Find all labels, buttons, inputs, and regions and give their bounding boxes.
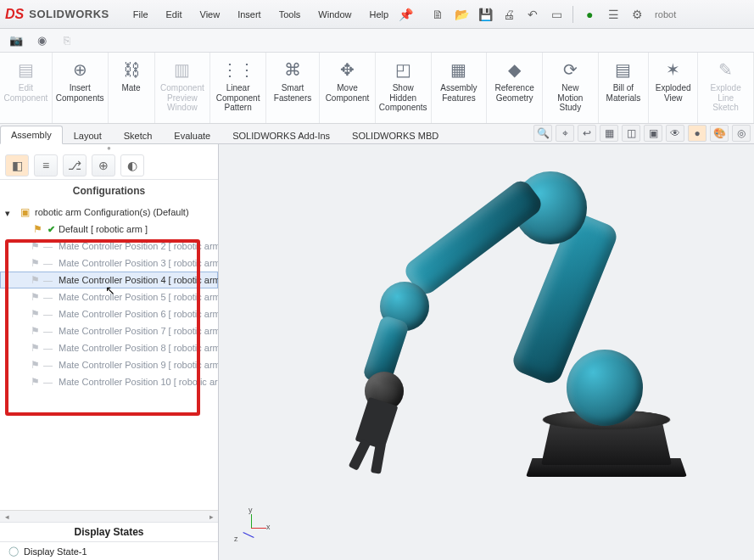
- ribbon-icon: ✎: [714, 58, 738, 81]
- tab-addins[interactable]: SOLIDWORKS Add-Ins: [221, 126, 341, 144]
- flag-icon: ⚑: [31, 239, 40, 253]
- panel-tabs: ◧ ≡ ⎇ ⊕ ◐: [0, 151, 218, 180]
- graphics-viewport[interactable]: y x z: [219, 144, 754, 560]
- display-manager-tab-icon[interactable]: ◐: [120, 154, 144, 176]
- ribbon-bill-of-materials[interactable]: ▤Bill of Materials: [599, 53, 649, 123]
- config-row-5[interactable]: ⚑—Mate Controller Position 5 [ robotic a…: [0, 288, 218, 305]
- x-label: x: [266, 523, 271, 531]
- ribbon-new-motion-study[interactable]: ⟳New Motion Study: [543, 53, 599, 123]
- select-icon[interactable]: ▭: [549, 7, 564, 22]
- screenshot-icon[interactable]: 📷: [8, 33, 24, 48]
- open-icon[interactable]: 📂: [454, 7, 469, 22]
- render-icon[interactable]: ◎: [732, 125, 751, 142]
- menu-view[interactable]: View: [192, 6, 229, 23]
- config-row-4[interactable]: ⚑—Mate Controller Position 4 [ robotic a…: [0, 272, 218, 288]
- ribbon-assembly-features[interactable]: ▦Assembly Features: [432, 53, 488, 123]
- ribbon-label: Bill of Materials: [606, 83, 641, 103]
- config-label: Mate Controller Position 9 [ robotic arm…: [59, 360, 218, 370]
- feature-tree-tab-icon[interactable]: ◧: [5, 154, 29, 176]
- copy-icon[interactable]: ⎘: [59, 33, 75, 48]
- tab-sketch[interactable]: Sketch: [113, 126, 164, 144]
- shoulder-joint: [567, 350, 643, 426]
- robotic-arm-model[interactable]: [287, 144, 711, 560]
- collapse-icon[interactable]: ▾: [5, 208, 14, 217]
- view-orientation-icon[interactable]: ◫: [622, 125, 640, 142]
- display-style-icon[interactable]: ▣: [644, 125, 662, 142]
- ribbon-show-hidden-components[interactable]: ◰Show Hidden Components: [376, 53, 432, 123]
- tab-evaluate[interactable]: Evaluate: [163, 126, 221, 144]
- config-row-3[interactable]: ⚑—Mate Controller Position 3 [ robotic a…: [0, 255, 218, 272]
- pin-icon[interactable]: 📌: [398, 7, 413, 22]
- ribbon-linear-component-pattern[interactable]: ⋮⋮Linear Component Pattern: [210, 53, 266, 123]
- undo-icon[interactable]: ↶: [525, 7, 540, 22]
- default-config-row[interactable]: ⚑ ✔ Default [ robotic arm ]: [0, 221, 218, 238]
- gripper-finger-right: [371, 442, 386, 474]
- save-icon[interactable]: 💾: [478, 7, 493, 22]
- flag-icon: ⚑: [31, 307, 40, 321]
- ribbon-mate[interactable]: ⛓Mate: [109, 53, 155, 123]
- ribbon-smart-fasteners[interactable]: ⌘Smart Fasteners: [266, 53, 320, 123]
- print-icon[interactable]: 🖨: [501, 7, 517, 22]
- ribbon-icon: ◆: [503, 58, 527, 81]
- section-view-icon[interactable]: ▦: [600, 125, 618, 142]
- config-row-8[interactable]: ⚑—Mate Controller Position 8 [ robotic a…: [0, 339, 218, 356]
- config-root-label: robotic arm Configuration(s) (Default): [35, 207, 189, 217]
- ribbon-component-preview-window: ▥Component Preview Window: [155, 53, 211, 123]
- coordinate-triad: y x z: [234, 511, 268, 545]
- ribbon-move-component[interactable]: ✥Move Component: [320, 53, 376, 123]
- ribbon-label: Edit Component: [4, 83, 48, 103]
- ribbon-label: Exploded View: [656, 83, 691, 103]
- previous-view-icon[interactable]: ↩: [578, 125, 596, 142]
- dash-icon: —: [43, 343, 53, 353]
- record-icon[interactable]: ◉: [34, 33, 49, 48]
- menu-window[interactable]: Window: [310, 6, 360, 23]
- scene-icon[interactable]: 🎨: [710, 125, 729, 142]
- feature-manager-panel: ● ◧ ≡ ⎇ ⊕ ◐ Configurations ▾ ▣ robotic a…: [0, 144, 219, 560]
- new-doc-icon[interactable]: 🗎: [430, 7, 445, 22]
- appearance-icon[interactable]: ●: [688, 125, 707, 142]
- menu-edit[interactable]: Edit: [158, 6, 191, 23]
- property-manager-tab-icon[interactable]: ≡: [34, 154, 58, 176]
- menu-insert[interactable]: Insert: [229, 6, 270, 23]
- tab-mbd[interactable]: SOLIDWORKS MBD: [341, 126, 450, 144]
- settings-gear-icon[interactable]: ⚙: [629, 7, 645, 22]
- config-row-9[interactable]: ⚑—Mate Controller Position 9 [ robotic a…: [0, 356, 218, 373]
- tab-assembly[interactable]: Assembly: [0, 126, 63, 144]
- ribbon-insert-components[interactable]: ⊕Insert Components: [53, 53, 109, 123]
- display-states-header: Display States: [0, 522, 218, 542]
- config-label: Mate Controller Position 6 [ robotic arm…: [59, 309, 218, 319]
- menu-tools[interactable]: Tools: [271, 6, 310, 23]
- rebuild-icon[interactable]: ●: [582, 7, 597, 22]
- ribbon-icon: ⊕: [68, 58, 92, 81]
- flag-icon: ⚑: [31, 290, 40, 304]
- ribbon-exploded-view[interactable]: ✶Exploded View: [649, 53, 698, 123]
- config-row-6[interactable]: ⚑—Mate Controller Position 6 [ robotic a…: [0, 305, 218, 322]
- config-label: Mate Controller Position 4 [ robotic arm…: [59, 275, 218, 285]
- ribbon-reference-geometry[interactable]: ◆Reference Geometry: [487, 53, 543, 123]
- config-row-10[interactable]: ⚑—Mate Controller Position 10 [ robotic …: [0, 373, 218, 390]
- hide-show-icon[interactable]: 👁: [666, 125, 684, 142]
- config-row-7[interactable]: ⚑—Mate Controller Position 7 [ robotic a…: [0, 322, 218, 339]
- ribbon-label: Reference Geometry: [494, 83, 535, 103]
- scroll-left-icon[interactable]: ◂: [2, 512, 12, 521]
- tab-layout[interactable]: Layout: [63, 126, 113, 144]
- y-axis-icon: [251, 514, 252, 528]
- dim-manager-tab-icon[interactable]: ⊕: [92, 154, 115, 176]
- config-label: Mate Controller Position 3 [ robotic arm…: [59, 258, 218, 268]
- ribbon-icon: ✶: [662, 58, 685, 81]
- dash-icon: —: [43, 326, 53, 336]
- zoom-fit-icon[interactable]: 🔍: [533, 125, 552, 142]
- horizontal-scrollbar[interactable]: ◂ ▸: [0, 510, 218, 522]
- config-label: Mate Controller Position 2 [ robotic arm…: [59, 241, 218, 251]
- menu-help[interactable]: Help: [360, 6, 397, 23]
- config-root-row[interactable]: ▾ ▣ robotic arm Configuration(s) (Defaul…: [0, 204, 218, 221]
- options-list-icon[interactable]: ☰: [606, 7, 621, 22]
- scroll-right-icon[interactable]: ▸: [206, 512, 216, 521]
- display-state-row[interactable]: ◯ Display State-1: [0, 542, 218, 560]
- config-manager-tab-icon[interactable]: ⎇: [63, 154, 87, 176]
- zoom-area-icon[interactable]: ⌖: [556, 125, 574, 142]
- title-bar: DS SOLIDWORKS File Edit View Insert Tool…: [0, 0, 754, 29]
- menu-file[interactable]: File: [125, 6, 157, 23]
- config-row-2[interactable]: ⚑—Mate Controller Position 2 [ robotic a…: [0, 238, 218, 255]
- ribbon-label: Assembly Features: [438, 83, 480, 103]
